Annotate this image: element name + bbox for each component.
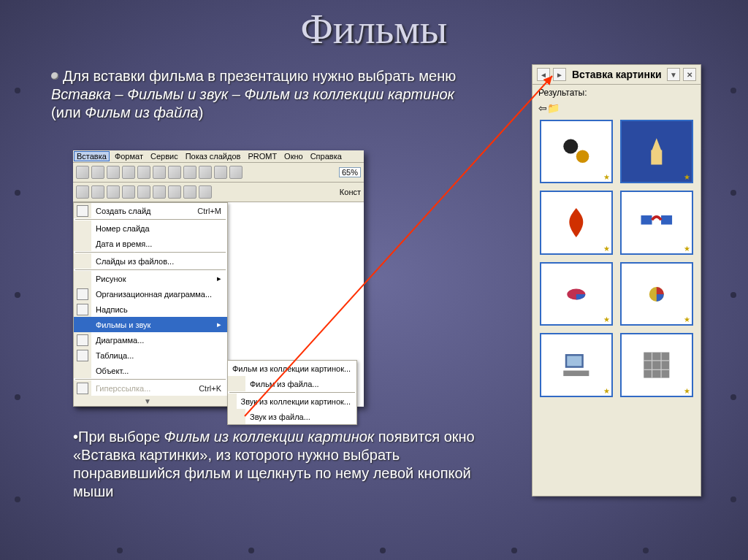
thumb-chess[interactable] <box>620 120 693 183</box>
submenu-arrow-icon: ▸ <box>210 274 221 283</box>
menu-expand-chevrons[interactable]: ▼ <box>74 396 227 406</box>
submenu-item[interactable]: Звук из коллекции картинок... <box>228 394 356 409</box>
toolbar-icon[interactable] <box>229 166 243 179</box>
svg-point-0 <box>563 139 578 153</box>
computer-icon <box>555 347 598 383</box>
slide-title: Фильмы <box>0 6 748 53</box>
intro-italic: Вставка – Фильмы и звук – Фильм из колле… <box>51 86 454 102</box>
submenu-item[interactable]: Фильм из файла... <box>228 376 356 391</box>
toolbar-icon[interactable] <box>199 185 212 199</box>
intro-tail-italic: Фильм из файла <box>85 104 198 120</box>
intro-tail-close: ) <box>199 104 204 120</box>
svg-point-1 <box>576 150 589 163</box>
thumb-pie-3d[interactable] <box>540 262 613 326</box>
note-text: •При выборе Фильм из коллекции картинок … <box>73 428 482 501</box>
toolbar-icon[interactable] <box>122 166 135 179</box>
toolbar-icon[interactable] <box>122 185 135 199</box>
toolbar-icon[interactable] <box>168 166 181 179</box>
menu-item[interactable]: Фильмы и звук▸ <box>74 317 227 332</box>
menu-item-label: Таблица... <box>96 351 221 360</box>
menubar-item-insert[interactable]: Вставка <box>74 151 110 161</box>
toolbar-icon[interactable] <box>76 185 89 199</box>
thumbnail-grid <box>533 115 701 402</box>
thumb-fire[interactable] <box>540 191 613 254</box>
nav-forward-icon[interactable]: ► <box>553 68 566 81</box>
menu-item[interactable]: Надпись <box>74 302 227 317</box>
menu-item-label: Дата и время... <box>96 239 221 248</box>
note-italic: Фильм из коллекции картинок <box>164 429 378 445</box>
submenu-item-label: Звук из коллекции картинок... <box>241 397 351 406</box>
toolbar-icon[interactable] <box>183 166 196 179</box>
toolbar-icon[interactable] <box>214 166 227 179</box>
pane-dropdown-icon[interactable]: ▼ <box>667 68 680 81</box>
pane-back-row[interactable]: ⇦📁 <box>533 101 701 115</box>
menu-item[interactable]: Дата и время... <box>74 236 227 251</box>
intro-plain: Для вставки фильма в презентацию нужно в… <box>63 68 456 84</box>
menu-item-label: Создать слайд <box>96 207 183 215</box>
menu-item[interactable]: Создать слайдCtrl+M <box>74 203 227 218</box>
menu-item-label: Номер слайда <box>96 224 221 233</box>
submenu-item-label: Фильм из файла... <box>250 380 351 388</box>
toolbar-row-2: Конст <box>73 183 364 202</box>
toolbar-icon[interactable] <box>91 166 104 179</box>
menu-item-label: Фильмы и звук <box>96 321 210 329</box>
toolbar-icon[interactable] <box>107 185 120 199</box>
thumb-pie-flat[interactable] <box>620 262 693 326</box>
toolbar-icon[interactable] <box>137 185 150 199</box>
pane-header: ◄ ► Вставка картинки ▼ ✕ <box>533 65 701 85</box>
toolbar-icon[interactable] <box>91 185 104 199</box>
menu-item[interactable]: Номер слайда <box>74 220 227 236</box>
menu-item[interactable]: Диаграмма... <box>74 332 227 348</box>
clipart-pane: ◄ ► Вставка картинки ▼ ✕ Результаты: ⇦📁 <box>532 64 701 496</box>
thumb-network[interactable] <box>620 191 693 254</box>
toolbar-icon[interactable] <box>199 166 212 179</box>
menu-item[interactable]: Гиперссылка...Ctrl+K <box>74 380 227 396</box>
toolbar-const-label: Конст <box>340 188 361 196</box>
thumb-gears[interactable] <box>540 120 613 183</box>
menu-item-label: Объект... <box>96 367 221 375</box>
menubar-item-format[interactable]: Формат <box>115 152 143 161</box>
menu-item-icon <box>77 205 88 217</box>
submenu-item-label: Фильм из коллекции картинок... <box>232 364 351 373</box>
network-icon <box>636 204 678 241</box>
menu-item-icon <box>77 288 88 300</box>
grid-icon <box>636 347 678 383</box>
toolbar-row-1: 65% <box>73 163 364 183</box>
thumb-computer[interactable] <box>540 333 613 396</box>
menu-item-label: Слайды из файлов... <box>96 257 221 266</box>
chess-icon <box>636 134 678 170</box>
pane-results-label: Результаты: <box>533 85 701 101</box>
toolbar-icon[interactable] <box>76 166 89 179</box>
svg-rect-2 <box>641 215 652 225</box>
note-lead: •При выборе <box>73 429 164 445</box>
menu-item[interactable]: Слайды из файлов... <box>74 253 227 269</box>
slide: Фильмы Для вставки фильма в презентацию … <box>0 0 748 560</box>
svg-rect-7 <box>567 356 581 367</box>
toolbar-icon[interactable] <box>153 166 166 179</box>
menubar-item-promt[interactable]: PROMT <box>248 152 277 161</box>
menubar-item-window[interactable]: Окно <box>284 152 303 161</box>
toolbar-icon[interactable] <box>137 166 150 179</box>
toolbar-icon[interactable] <box>153 185 166 199</box>
menu-item[interactable]: Организационная диаграмма... <box>74 286 227 302</box>
fire-icon <box>555 204 598 241</box>
menubar-item-help[interactable]: Справка <box>310 152 342 161</box>
toolbar-icon[interactable] <box>183 185 196 199</box>
submenu-item[interactable]: Фильм из коллекции картинок... <box>228 361 356 376</box>
pane-close-icon[interactable]: ✕ <box>683 68 696 81</box>
submenu-item[interactable]: Звук из файла... <box>228 409 356 424</box>
pie-3d-icon <box>555 276 598 312</box>
menu-item-label: Рисунок <box>96 275 210 283</box>
menu-item[interactable]: Рисунок▸ <box>74 271 227 286</box>
menu-item-icon <box>77 383 88 394</box>
toolbar-icon[interactable] <box>107 166 120 179</box>
menu-item[interactable]: Объект... <box>74 363 227 378</box>
toolbar-icon[interactable] <box>168 185 181 199</box>
menubar-item-slideshow[interactable]: Показ слайдов <box>186 152 241 161</box>
menu-item[interactable]: Таблица... <box>74 348 227 363</box>
menubar-item-service[interactable]: Сервис <box>150 152 178 161</box>
nav-back-icon[interactable]: ◄ <box>537 68 550 81</box>
thumb-grid[interactable] <box>620 333 693 396</box>
zoom-value[interactable]: 65% <box>339 167 361 177</box>
pane-title: Вставка картинки <box>572 69 662 80</box>
